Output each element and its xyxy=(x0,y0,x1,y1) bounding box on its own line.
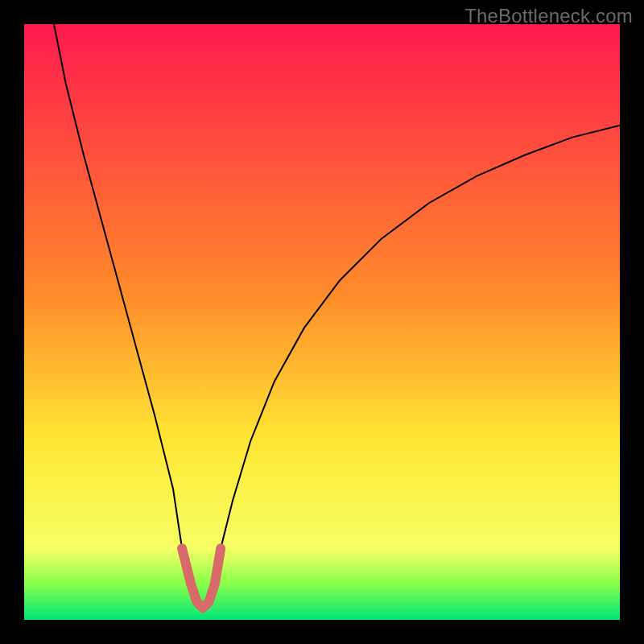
chart-frame: TheBottleneck.com xyxy=(0,0,644,644)
bottleneck-chart xyxy=(0,0,644,644)
plot-background xyxy=(24,24,620,620)
watermark-text: TheBottleneck.com xyxy=(464,5,633,27)
